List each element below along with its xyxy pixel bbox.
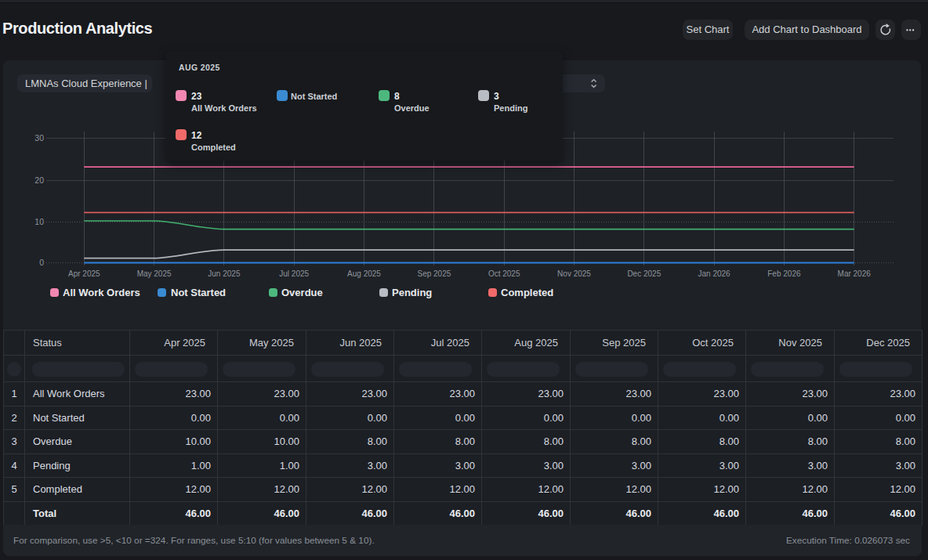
svg-text:Jan 2026: Jan 2026	[698, 269, 731, 278]
svg-text:Oct 2025: Oct 2025	[488, 269, 520, 278]
svg-text:Sep 2025: Sep 2025	[417, 269, 451, 278]
svg-text:Apr 2025: Apr 2025	[68, 269, 100, 278]
svg-text:Mar 2026: Mar 2026	[838, 269, 872, 278]
svg-text:Dec 2025: Dec 2025	[627, 269, 661, 278]
svg-text:10: 10	[34, 217, 44, 226]
svg-text:Jun 2025: Jun 2025	[208, 269, 241, 278]
svg-text:May 2025: May 2025	[137, 269, 172, 278]
svg-text:Jul 2025: Jul 2025	[279, 269, 309, 278]
svg-text:30: 30	[34, 133, 44, 143]
svg-text:Nov 2025: Nov 2025	[557, 269, 591, 278]
svg-text:20: 20	[34, 175, 44, 185]
svg-text:0: 0	[39, 258, 44, 267]
svg-text:Feb 2026: Feb 2026	[767, 269, 801, 278]
svg-text:Aug 2025: Aug 2025	[347, 269, 381, 278]
